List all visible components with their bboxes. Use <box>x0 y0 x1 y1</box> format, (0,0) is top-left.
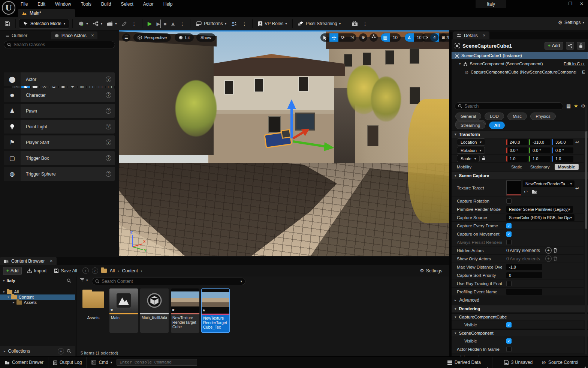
row-advanced-collapsed[interactable]: ▸ Advanced <box>452 296 584 304</box>
close-button[interactable]: ✕ <box>576 0 587 8</box>
play-button[interactable]: ▶ <box>145 19 154 29</box>
surface-snapping-button[interactable] <box>370 33 378 42</box>
scale-z-input[interactable]: 1.0 <box>552 156 573 162</box>
restore-button[interactable]: ❐ <box>565 0 576 8</box>
filter-dropdown[interactable]: ▾ <box>80 278 88 282</box>
convert-blueprint-button[interactable] <box>566 42 574 50</box>
location-x-input[interactable]: 240.0 <box>506 139 528 145</box>
edit-in-cpp-link[interactable]: Edit in C++ <box>564 62 585 66</box>
add-collection-icon[interactable]: + <box>58 348 64 354</box>
close-icon[interactable]: ✕ <box>49 259 52 263</box>
collections-bar[interactable]: ▸ Collections + <box>0 346 75 356</box>
tab-streaming[interactable]: Streaming <box>455 122 485 129</box>
tab-details[interactable]: Details ✕ <box>453 32 489 39</box>
place-actor-item-trigger-box[interactable]: ▢ Trigger Box ? <box>4 151 115 165</box>
component-row-scenecomponent[interactable]: ▾ SceneComponent (SceneComponent) Edit i… <box>452 60 588 68</box>
add-array-element-icon[interactable]: + <box>545 255 552 262</box>
asset-tile-assets-folder[interactable]: Assets <box>79 288 108 333</box>
location-y-input[interactable]: -310.0 <box>529 139 551 145</box>
menu-build[interactable]: Build <box>101 2 111 7</box>
media-capture-button[interactable] <box>349 20 360 28</box>
search-icon[interactable] <box>67 349 71 353</box>
unreal-logo[interactable]: U <box>2 1 15 15</box>
section-transform[interactable]: ▾ Transform <box>452 131 588 138</box>
add-component-button[interactable]: + Add <box>545 42 563 50</box>
clear-array-icon[interactable] <box>553 256 557 261</box>
breadcrumb-all[interactable]: All <box>110 268 115 273</box>
actor-hidden-checkbox[interactable] <box>506 347 512 352</box>
menu-tools[interactable]: Tools <box>81 2 91 7</box>
content-drawer-button[interactable]: Content Drawer <box>0 357 48 368</box>
details-scrollbar-thumb[interactable] <box>585 131 587 229</box>
menu-help[interactable]: Help <box>163 2 173 7</box>
section-scene-capture[interactable]: ▾ Scene Capture <box>452 172 588 179</box>
cb-add-button[interactable]: + Add <box>3 267 22 275</box>
menu-edit[interactable]: Edit <box>37 2 45 7</box>
source-control-button[interactable]: ⊘ Source Control <box>537 357 583 368</box>
pixel-streaming-dropdown[interactable]: Pixel Streaming ▾ <box>296 20 343 28</box>
tree-item-all[interactable]: ▾ All <box>0 289 75 294</box>
source-root-row[interactable]: ▾ Italy <box>0 278 75 283</box>
search-classes-input[interactable] <box>13 42 112 47</box>
multiplayer-button[interactable] <box>229 20 239 28</box>
tab-misc[interactable]: Misc <box>507 113 527 120</box>
search-content-input[interactable] <box>102 279 238 284</box>
asset-tile-rendertarget-cube-tex[interactable]: * NewTexture RenderTarget Cube_Tex <box>201 288 230 333</box>
save-all-button[interactable]: Save All <box>52 267 79 275</box>
visible-scene-checkbox[interactable]: ✓ <box>506 338 512 344</box>
capture-options-menu[interactable]: ⋮ <box>360 21 370 27</box>
max-view-distance-input[interactable]: -1.0 <box>506 264 542 270</box>
cinematics-button[interactable]: ▾ <box>105 20 119 28</box>
toolbar-overflow-menu[interactable]: ⋮ <box>129 21 139 27</box>
save-button[interactable] <box>2 20 12 28</box>
tab-physics[interactable]: Physics <box>530 113 556 120</box>
tab-content-browser[interactable]: Content Browser ✕ <box>0 257 57 265</box>
select-tool[interactable] <box>320 33 329 42</box>
help-icon[interactable]: ? <box>106 140 111 145</box>
help-icon[interactable]: ? <box>106 155 111 161</box>
history-forward-button[interactable]: › <box>92 267 98 274</box>
selection-mode-dropdown[interactable]: Selection Mode ▾ <box>19 19 69 29</box>
tab-place-actors[interactable]: + Place Actors ✕ <box>51 32 97 39</box>
derived-data-button[interactable]: Derived Data <box>443 357 485 368</box>
place-actor-item-point-light[interactable]: Point Light ? <box>4 120 115 134</box>
row-advanced2-collapsed[interactable]: ▸ Advanced <box>452 353 584 356</box>
place-actor-item-trigger-sphere[interactable]: ◍ Trigger Sphere ? <box>4 167 115 181</box>
camera-speed-value[interactable]: 4 <box>430 35 438 40</box>
visible-capture-checkbox[interactable]: ✓ <box>506 322 512 327</box>
help-icon[interactable]: ? <box>106 124 111 129</box>
display-options-icon[interactable]: ▦ <box>566 103 571 109</box>
rotation-dropdown[interactable]: Rotation▾ <box>457 147 485 154</box>
menu-file[interactable]: File <box>21 2 28 7</box>
scale-dropdown[interactable]: Scale▾ <box>457 155 480 162</box>
location-z-input[interactable]: 350.0 <box>552 139 573 145</box>
component-row-root[interactable]: SceneCaptureCube1 (Instance) <box>452 52 588 59</box>
multiplayer-options-menu[interactable]: ⋮ <box>239 21 249 27</box>
use-selected-asset-icon[interactable]: ↩ <box>523 189 529 194</box>
location-dropdown[interactable]: Location▾ <box>457 138 485 146</box>
mobility-static[interactable]: Static <box>508 164 525 170</box>
sources-divider[interactable] <box>76 276 76 356</box>
details-settings-icon[interactable]: ⚙ <box>581 103 585 109</box>
viewport-options-menu[interactable]: ☰ <box>122 33 130 42</box>
add-array-element-icon[interactable]: + <box>545 247 552 254</box>
section-rendering[interactable]: ▾ Rendering <box>452 305 588 312</box>
rotation-y-input[interactable]: 0.0 ° <box>529 147 551 153</box>
tab-lod[interactable]: LOD <box>485 113 504 120</box>
tab-all[interactable]: All <box>489 122 505 129</box>
breadcrumb-content[interactable]: Content <box>122 268 138 273</box>
capture-on-movement-checkbox[interactable]: ✓ <box>506 231 512 237</box>
clear-array-icon[interactable] <box>553 248 557 253</box>
lock-button[interactable] <box>577 42 585 50</box>
perspective-dropdown[interactable]: Perspective <box>133 33 171 42</box>
details-search-input[interactable] <box>464 104 560 109</box>
mobility-movable[interactable]: Movable <box>555 164 579 170</box>
help-icon[interactable]: ? <box>106 77 111 82</box>
unsaved-button[interactable]: ★ 3 Unsaved <box>499 357 537 368</box>
transform-gizmo[interactable] <box>257 97 336 168</box>
favorites-icon[interactable]: ★ <box>574 103 578 109</box>
settings-dropdown[interactable]: ⚙ Settings ▾ <box>558 20 584 26</box>
always-persist-checkbox[interactable] <box>506 240 512 245</box>
capture-source-combo[interactable]: SceneColor (HDR) in RGB, Inv Opacity▾ <box>506 214 575 221</box>
gizmo-y-axis[interactable] <box>293 141 334 151</box>
